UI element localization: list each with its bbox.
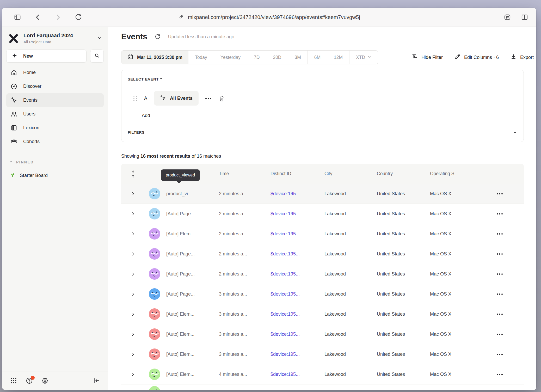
sort-direction-icon[interactable] xyxy=(131,170,135,178)
row-actions-kebab[interactable] xyxy=(497,213,524,215)
table-row[interactable]: [Auto] Elem...4 minutes a...$device:195.… xyxy=(121,364,524,384)
address-bar[interactable]: mixpanel.com/project/3472420/view/397469… xyxy=(178,14,360,21)
cell-os: Mac OS X xyxy=(430,311,490,317)
preset-30d[interactable]: 30D xyxy=(266,51,288,64)
cell-distinct-id-link[interactable]: $device:195... xyxy=(270,251,324,257)
table-row[interactable]: [Auto] Elem...3 minutes a...$device:195.… xyxy=(121,304,524,324)
chevron-down-icon[interactable] xyxy=(513,130,517,135)
chevron-down-icon xyxy=(9,160,13,164)
cell-distinct-id-link[interactable]: $device:195... xyxy=(270,211,324,217)
page-settings-icon[interactable] xyxy=(501,11,513,23)
forward-icon[interactable] xyxy=(52,11,64,23)
refresh-icon[interactable] xyxy=(155,34,161,40)
chevron-right-icon[interactable] xyxy=(131,252,135,256)
row-actions-kebab[interactable] xyxy=(497,273,524,275)
cell-country: United States xyxy=(377,231,430,237)
cell-distinct-id-link[interactable]: $device:195... xyxy=(270,332,324,337)
sidebar-item-lexicon[interactable]: Lexicon xyxy=(6,121,104,135)
project-subtitle: All Project Data xyxy=(23,40,93,44)
sidebar-item-cohorts[interactable]: Cohorts xyxy=(6,135,104,149)
preset-today[interactable]: Today xyxy=(188,51,214,64)
export-button[interactable]: Export xyxy=(510,53,534,61)
table-row[interactable]: product_vi...2 minutes a...$device:195..… xyxy=(121,184,524,204)
event-selector-chip[interactable]: All Events xyxy=(154,91,199,106)
help-icon[interactable] xyxy=(25,377,33,385)
sidebar-item-events[interactable]: Events xyxy=(6,93,104,107)
pinned-label: PINNED xyxy=(16,160,34,164)
drag-handle[interactable] xyxy=(133,96,137,101)
column-header-operating-s[interactable]: Operating S xyxy=(430,171,490,176)
cell-distinct-id-link[interactable]: $device:195... xyxy=(270,271,324,277)
chevron-right-icon[interactable] xyxy=(131,332,135,336)
row-actions-kebab[interactable] xyxy=(497,253,524,255)
add-event-button[interactable]: Add xyxy=(133,112,517,119)
query-builder-card: SELECT EVENT A All Events xyxy=(121,70,524,142)
row-actions-kebab[interactable] xyxy=(497,354,524,355)
cell-distinct-id-link[interactable]: $device:195... xyxy=(270,291,324,297)
browser-window: mixpanel.com/project/3472420/view/397469… xyxy=(2,8,536,390)
cell-os: Mac OS X xyxy=(430,291,490,297)
trash-icon[interactable] xyxy=(218,95,225,102)
table-row[interactable]: [Auto] Elem...3 minutes a...$device:195.… xyxy=(121,344,524,364)
apps-grid-icon[interactable] xyxy=(9,377,18,385)
collapse-sidebar-icon[interactable] xyxy=(92,377,101,385)
cell-distinct-id-link[interactable]: $device:195... xyxy=(270,231,324,237)
chevron-right-icon[interactable] xyxy=(131,272,135,276)
row-actions-kebab[interactable] xyxy=(497,334,524,335)
column-header-distinct-id[interactable]: Distinct ID xyxy=(270,171,324,176)
chevron-up-icon[interactable] xyxy=(159,76,163,82)
cell-time: 3 minutes a... xyxy=(219,332,270,337)
chevron-right-icon[interactable] xyxy=(131,312,135,316)
row-actions-kebab[interactable] xyxy=(497,233,524,235)
row-actions-kebab[interactable] xyxy=(497,314,524,315)
event-options-kebab[interactable] xyxy=(205,98,211,99)
sidebar-toggle-icon[interactable] xyxy=(11,11,23,23)
table-row[interactable]: [Auto] Page...2 minutes a...$device:195.… xyxy=(121,244,524,264)
preset-3m[interactable]: 3M xyxy=(288,51,308,64)
chevron-right-icon[interactable] xyxy=(131,292,135,296)
search-button[interactable] xyxy=(90,50,104,63)
download-icon xyxy=(510,53,517,61)
new-button[interactable]: New xyxy=(6,50,87,63)
pinned-section-header[interactable]: PINNED xyxy=(6,160,104,164)
preset-xtd[interactable]: XTD xyxy=(349,51,378,64)
event-chip-label: All Events xyxy=(170,96,193,101)
cell-distinct-id-link[interactable]: $device:195... xyxy=(270,311,324,317)
reload-icon[interactable] xyxy=(72,11,84,23)
date-range-button[interactable]: Mar 11, 2025 3:30 pm xyxy=(121,51,188,64)
row-actions-kebab[interactable] xyxy=(497,374,524,375)
preset-6m[interactable]: 6M xyxy=(308,51,327,64)
row-actions-kebab[interactable] xyxy=(497,193,524,194)
column-header-time[interactable]: Time xyxy=(219,171,270,176)
column-header-country[interactable]: Country xyxy=(377,171,430,176)
chevron-right-icon[interactable] xyxy=(131,212,135,216)
chevron-right-icon[interactable] xyxy=(131,352,135,357)
sidebar-item-home[interactable]: Home xyxy=(6,66,104,79)
column-header-city[interactable]: City xyxy=(324,171,377,176)
edit-columns-button[interactable]: Edit Columns · 6 xyxy=(454,53,499,61)
settings-gear-icon[interactable] xyxy=(41,377,49,385)
cell-distinct-id-link[interactable]: $device:195... xyxy=(270,372,324,377)
table-row[interactable]: [Auto] Page...2 minutes a...$device:195.… xyxy=(121,204,524,224)
cell-distinct-id-link[interactable]: $device:195... xyxy=(270,352,324,357)
chevron-right-icon[interactable] xyxy=(131,372,135,377)
back-icon[interactable] xyxy=(32,11,44,23)
row-actions-kebab[interactable] xyxy=(497,293,524,295)
table-row[interactable]: [Auto] Elem...3 minutes a...$device:195.… xyxy=(121,324,524,344)
table-row[interactable] xyxy=(121,384,524,390)
preset-12m[interactable]: 12M xyxy=(327,51,349,64)
sidebar-item-starter-board[interactable]: Starter Board xyxy=(6,171,104,180)
project-switcher[interactable]: Lord Farquaad 2024 All Project Data xyxy=(6,30,104,46)
cell-distinct-id-link[interactable]: $device:195... xyxy=(270,191,324,197)
hide-filter-button[interactable]: Hide Filter xyxy=(411,53,443,61)
table-row[interactable]: [Auto] Page...3 minutes a...$device:195.… xyxy=(121,284,524,304)
chevron-right-icon[interactable] xyxy=(131,232,135,236)
split-view-icon[interactable] xyxy=(519,11,531,23)
sidebar-item-users[interactable]: Users xyxy=(6,107,104,121)
preset-7d[interactable]: 7D xyxy=(247,51,266,64)
sidebar-item-discover[interactable]: Discover xyxy=(6,79,104,93)
table-row[interactable]: [Auto] Page...2 minutes a...$device:195.… xyxy=(121,264,524,284)
preset-yesterday[interactable]: Yesterday xyxy=(214,51,247,64)
chevron-right-icon[interactable] xyxy=(131,192,135,196)
table-row[interactable]: [Auto] Elem...2 minutes a...$device:195.… xyxy=(121,224,524,244)
